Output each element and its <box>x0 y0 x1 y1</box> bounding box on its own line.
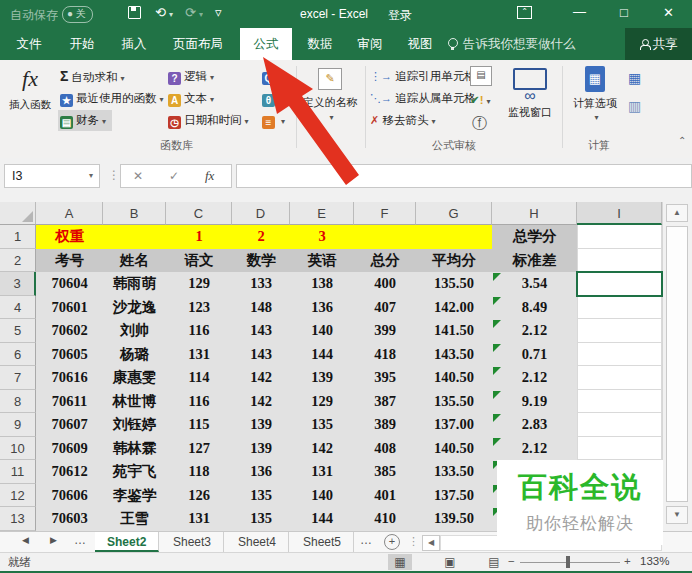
cell[interactable]: 杨璐 <box>103 343 166 367</box>
cell[interactable]: 408 <box>354 437 416 461</box>
cell[interactable]: 115 <box>166 413 232 437</box>
column-header-H[interactable]: H <box>492 202 577 225</box>
sheet-tab-sheet4[interactable]: Sheet4 <box>226 532 289 552</box>
cell[interactable]: 136 <box>290 296 354 320</box>
text-button[interactable]: A文本▾ <box>168 88 214 109</box>
cell[interactable]: 70605 <box>36 343 103 367</box>
name-box-caret-icon[interactable]: ▾ <box>89 171 93 180</box>
cell[interactable]: 总学分 <box>492 225 577 249</box>
cell[interactable]: 140.50 <box>416 366 492 390</box>
cell[interactable]: 137.50 <box>416 484 492 508</box>
trace-precedents-button[interactable]: ⋮→ 追踪引用单元格 <box>370 66 476 87</box>
row-header-9[interactable]: 9 <box>0 413 36 437</box>
cell[interactable] <box>416 225 492 249</box>
cell[interactable]: 142 <box>232 390 290 414</box>
cell[interactable]: 刘钰婷 <box>103 413 166 437</box>
more-functions-button[interactable]: ≡▾ <box>262 110 285 131</box>
cell[interactable]: 407 <box>354 296 416 320</box>
sheet-tab-sheet3[interactable]: Sheet3 <box>161 532 224 552</box>
cell[interactable]: 2.12 <box>492 319 577 343</box>
sheet-list-right-icon[interactable]: … <box>360 533 372 547</box>
cell[interactable]: 2 <box>232 225 290 249</box>
cell[interactable]: 70604 <box>36 272 103 296</box>
cell[interactable]: 3 <box>290 225 354 249</box>
cell[interactable]: 118 <box>166 460 232 484</box>
cell[interactable]: 418 <box>354 343 416 367</box>
cell[interactable]: 70602 <box>36 319 103 343</box>
show-formulas-icon[interactable]: ▤ <box>470 66 492 86</box>
datetime-button[interactable]: ◷日期和时间▾ <box>168 110 249 131</box>
cell[interactable]: 1 <box>166 225 232 249</box>
cell[interactable]: 韩雨萌 <box>103 272 166 296</box>
cell[interactable]: 399 <box>354 319 416 343</box>
tab-data[interactable]: 数据 <box>298 28 342 60</box>
cell[interactable]: 王雪 <box>103 507 166 531</box>
tab-review[interactable]: 审阅 <box>348 28 392 60</box>
cell[interactable] <box>577 225 662 249</box>
math-trig-button[interactable]: θ▾ <box>262 88 285 109</box>
cell[interactable] <box>577 296 662 320</box>
cell[interactable]: 70612 <box>36 460 103 484</box>
page-layout-view-icon[interactable]: ▣ <box>438 554 462 570</box>
share-button[interactable]: 共享 <box>625 28 692 60</box>
sheet-tab-sheet2[interactable]: Sheet2 <box>95 532 159 552</box>
cell[interactable]: 135.50 <box>416 390 492 414</box>
watch-window-button[interactable]: ∞ 监视窗口 <box>502 68 558 120</box>
insert-function-button[interactable]: fx 插入函数 <box>4 66 56 112</box>
minimize-icon[interactable]: — <box>573 4 586 19</box>
row-header-4[interactable]: 4 <box>0 296 36 320</box>
cell[interactable]: 133.50 <box>416 460 492 484</box>
tab-formulas[interactable]: 公式 <box>240 28 292 60</box>
column-header-B[interactable]: B <box>103 202 166 225</box>
formula-input[interactable] <box>236 164 692 188</box>
cell[interactable]: 139 <box>290 366 354 390</box>
column-header-F[interactable]: F <box>354 202 416 225</box>
cell[interactable]: 70603 <box>36 507 103 531</box>
cell[interactable] <box>354 225 416 249</box>
column-header-I[interactable]: I <box>577 202 662 225</box>
cell[interactable]: 127 <box>166 437 232 461</box>
zoom-in-icon[interactable]: + <box>624 555 631 567</box>
tab-view[interactable]: 视图 <box>398 28 442 60</box>
page-break-view-icon[interactable]: ▤ <box>482 554 506 570</box>
cell[interactable]: 116 <box>166 390 232 414</box>
cell[interactable]: 385 <box>354 460 416 484</box>
enter-icon[interactable]: ✓ <box>169 169 179 183</box>
ribbon-display-options-icon[interactable]: ⌃ <box>517 6 532 19</box>
cell[interactable]: 126 <box>166 484 232 508</box>
cell[interactable]: 康惠雯 <box>103 366 166 390</box>
cell[interactable]: 123 <box>166 296 232 320</box>
cell[interactable]: 李鉴学 <box>103 484 166 508</box>
row-header-12[interactable]: 12 <box>0 484 36 508</box>
cell[interactable]: 2.12 <box>492 366 577 390</box>
lookup-reference-button[interactable]: Q▾ <box>262 66 285 87</box>
evaluate-formula-icon[interactable]: ⓕ <box>472 112 487 133</box>
cell[interactable] <box>577 413 662 437</box>
cell[interactable]: 395 <box>354 366 416 390</box>
autosave-toggle[interactable]: ● 关 <box>62 6 93 23</box>
cell[interactable]: 数学 <box>232 249 290 273</box>
cell[interactable]: 131 <box>290 460 354 484</box>
row-header-3[interactable]: 3 <box>0 272 36 296</box>
cell[interactable]: 131 <box>166 343 232 367</box>
close-icon[interactable]: ✕ <box>663 5 674 20</box>
cell[interactable] <box>577 390 662 414</box>
name-box-splitter[interactable]: ⋮ <box>108 168 120 182</box>
cell[interactable]: 2.12 <box>492 437 577 461</box>
tab-file[interactable]: 文件 <box>8 28 50 60</box>
cell[interactable]: 140 <box>290 484 354 508</box>
row-header-2[interactable]: 2 <box>0 249 36 273</box>
cell[interactable]: 142 <box>232 366 290 390</box>
cell[interactable]: 70609 <box>36 437 103 461</box>
customize-qat-icon[interactable]: ▿ <box>215 5 222 20</box>
recent-functions-button[interactable]: ★最近使用的函数▾ <box>60 88 164 109</box>
cell[interactable]: 权重 <box>36 225 103 249</box>
tab-home[interactable]: 开始 <box>60 28 104 60</box>
zoom-slider-track[interactable] <box>520 562 620 563</box>
cell[interactable]: 林世博 <box>103 390 166 414</box>
calculate-sheet-icon[interactable]: ▥ <box>628 96 641 117</box>
row-header-6[interactable]: 6 <box>0 343 36 367</box>
trace-dependents-button[interactable]: ⋱→ 追踪从属单元格 <box>370 88 476 109</box>
name-box[interactable]: I3 ▾ <box>4 164 100 188</box>
cell[interactable]: 387 <box>354 390 416 414</box>
